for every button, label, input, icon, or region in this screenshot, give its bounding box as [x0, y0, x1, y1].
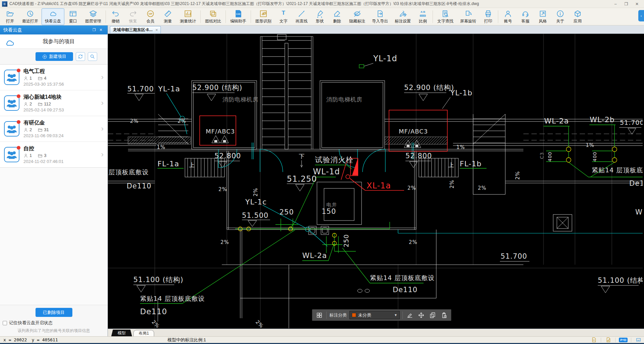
category-value: 未分类	[358, 312, 392, 318]
toolbar-button-window[interactable]: 窗口	[64, 8, 82, 25]
toolbar-label: 图形识别	[255, 18, 271, 24]
annotation-copy-button[interactable]	[428, 311, 437, 320]
project-item[interactable]: 自控132024-11-02 07:46:01›	[0, 142, 108, 167]
project-item[interactable]: 电气工程142025-03-30 15:37:56›	[0, 65, 108, 90]
members-icon	[23, 102, 28, 106]
category-color-swatch	[352, 313, 356, 317]
account-icon	[504, 10, 512, 18]
annotation-paste-button[interactable]	[440, 311, 448, 320]
toolbar-button-edit-assistant[interactable]: CAD编辑助手	[227, 8, 250, 25]
project-avatar	[4, 95, 19, 111]
annotation-toolbar: 标注分类 未分类 ▼	[312, 309, 451, 321]
hatch-left	[128, 137, 191, 144]
toolbar-button-account[interactable]: 账号	[499, 8, 517, 25]
toolbar-button-draw-line[interactable]: 画直线	[292, 8, 311, 25]
toolbar-button-style[interactable]: 风格	[534, 8, 552, 25]
chevron-right-icon[interactable]: ›	[100, 73, 104, 82]
toolbar-button-scale[interactable]: A:B比例	[414, 8, 432, 25]
layout1-tab[interactable]: 布局1	[133, 330, 154, 336]
toolbar-button-import-export[interactable]: 导入导出	[369, 8, 391, 25]
toolbar-button-print[interactable]: 打印	[479, 8, 497, 25]
toolbar-button-folder-open[interactable]: 打开	[1, 8, 19, 25]
toolbar-button-hide-annotation[interactable]: 隐藏标注	[346, 8, 369, 25]
chevron-right-icon[interactable]: ›	[100, 124, 104, 133]
toolbar-button-about[interactable]: 关于	[552, 8, 569, 25]
toolbar-label: 账号	[504, 18, 512, 24]
redo-icon	[129, 10, 137, 18]
annotation-edit-button[interactable]	[405, 311, 414, 320]
cad-label: 下	[299, 153, 305, 160]
toolbar-button-eraser[interactable]: 删除	[328, 8, 346, 25]
toolbar-button-shapes[interactable]: 形状	[311, 8, 328, 25]
panel-float-button[interactable]: ❐	[91, 27, 98, 33]
cad-canvas[interactable]: YL-1d51.700YL-1a52.900 (结构)消防电梯机房52.900 …	[108, 34, 644, 329]
panel-close-button[interactable]: ✕	[98, 27, 104, 33]
minimize-button[interactable]: –	[610, 1, 621, 7]
project-item[interactable]: 有研亿金2312023-11-06 09:03:24›	[0, 116, 108, 142]
files-icon	[38, 127, 43, 132]
hatch-right	[385, 137, 447, 144]
toolbar-button-screen-rotate[interactable]: 屏幕旋转	[457, 8, 479, 25]
new-project-button[interactable]: 新建项目	[36, 52, 73, 61]
toolbar-label: 编辑助手	[230, 18, 246, 24]
pdf-export-button[interactable]: PDF	[590, 337, 597, 343]
green-pipes-leaders	[140, 65, 643, 304]
model-tab[interactable]: 模型	[111, 330, 132, 336]
toolbar-button-recent[interactable]: 最近打开	[19, 8, 42, 25]
notification-dot	[17, 146, 20, 150]
toolbar-button-compare[interactable]: 图纸对比	[202, 8, 224, 25]
toolbar-button-vip[interactable]: VIP会员	[142, 8, 159, 25]
window-mode-button[interactable]	[635, 337, 642, 343]
cloud-icon	[5, 38, 15, 45]
cad-label: 电井	[326, 202, 337, 208]
drawing-tab[interactable]: 龙域华都三期东区-8… ×	[110, 26, 161, 33]
maximize-button[interactable]: ❐	[621, 1, 631, 7]
toolbar-button-apps[interactable]: 应用	[569, 8, 586, 25]
cad-label: 上	[448, 162, 454, 168]
chevron-right-icon[interactable]: ›	[100, 150, 104, 159]
members-count: 1	[29, 153, 32, 158]
project-item[interactable]: 湖心新城14地块21122025-02-14 09:27:53›	[0, 90, 108, 116]
toolbar-button-undo[interactable]: 撤销	[107, 8, 124, 25]
text-icon: T	[279, 10, 287, 18]
toolbar-label: 文字	[279, 18, 287, 24]
toolbar-label: 标注设置	[395, 18, 411, 24]
cad-label: 2%	[409, 239, 417, 245]
annotation-category-dropdown[interactable]: 未分类 ▼	[349, 311, 400, 319]
screen-rotate-icon	[464, 10, 472, 18]
toolbar-button-measure-stats[interactable]: 测量统计	[177, 8, 199, 25]
plus-icon	[42, 54, 47, 59]
undo-icon	[112, 10, 120, 18]
toolbar-label: 图层管理	[85, 18, 101, 24]
search-button[interactable]	[88, 52, 97, 61]
deleted-projects-button[interactable]: 已删除项目	[36, 308, 72, 317]
cad-label: YL-1d	[373, 54, 397, 63]
toolbar-button-shape-recognition[interactable]: 图形识别	[252, 8, 275, 25]
toolbar-button-annotation-settings[interactable]: 标注设置	[391, 8, 414, 25]
toolbar-button-text[interactable]: T文字	[275, 8, 292, 25]
cloud-panel-header: 快看云盘 ❐ ✕	[0, 25, 108, 34]
sync-icon	[78, 54, 83, 59]
toolbar-button-support[interactable]: 客服	[517, 8, 534, 25]
annotation-move-button[interactable]	[417, 311, 426, 320]
toolbar-button-measure[interactable]: 测量	[159, 8, 177, 25]
drawing-tab-bar: 龙域华都三期东区-8… ×	[108, 25, 644, 34]
toolbar-button-layers[interactable]: 图层管理	[82, 8, 105, 25]
cad-label: 2%	[218, 186, 227, 192]
toolbar-label: 文字查找	[437, 18, 453, 24]
toolbar-button-text-search[interactable]: 文字查找	[434, 8, 457, 25]
remember-checkbox[interactable]	[3, 321, 7, 325]
toolbar-edge-tab[interactable]: ‹	[638, 10, 644, 21]
cad-label: MF/ABC3	[206, 128, 235, 135]
annotation-grid-button[interactable]	[315, 311, 324, 320]
pdf-markup-button[interactable]: PDF	[604, 337, 612, 343]
chevron-right-icon[interactable]: ›	[100, 99, 104, 107]
print-icon	[484, 10, 492, 18]
drawing-tab-close-icon[interactable]: ×	[155, 27, 158, 32]
close-button[interactable]: ✕	[632, 1, 642, 7]
toolbar-button-cloud[interactable]: 快看云盘	[42, 8, 64, 25]
toolbar-button-redo[interactable]: 恢复	[124, 8, 142, 25]
sync-button[interactable]	[76, 52, 85, 61]
pdf-to-dwg-button[interactable]: P+D	[619, 338, 628, 342]
cad-label: 试验消火栓	[315, 156, 353, 164]
